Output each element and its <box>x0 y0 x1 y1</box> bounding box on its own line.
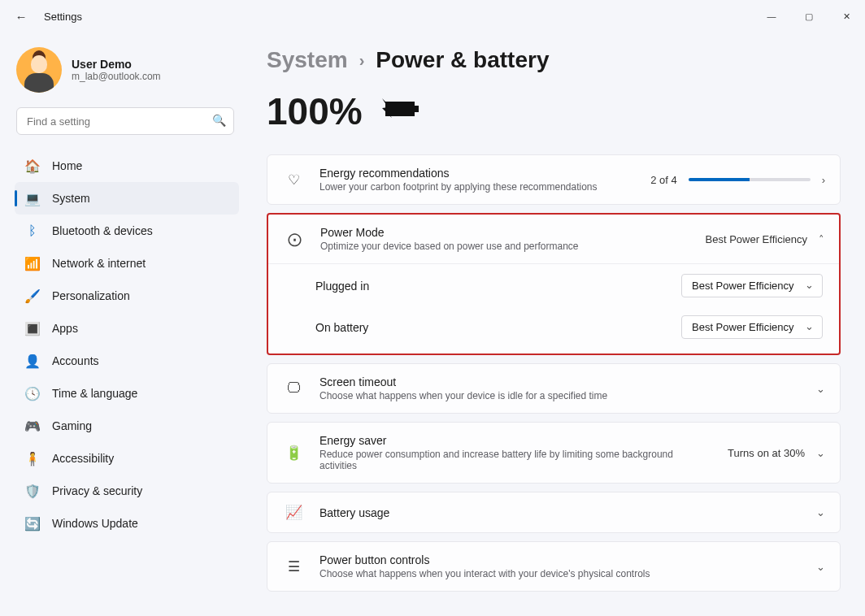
card-battery-usage[interactable]: 📈 Battery usage ⌄ <box>267 492 841 533</box>
user-email: m_lab@outlook.com <box>72 71 161 82</box>
power-mode-header[interactable]: ⨀ Power Mode Optimize your device based … <box>268 215 839 263</box>
power-mode-summary: Best Power Efficiency <box>706 233 807 245</box>
sidebar: User Demo m_lab@outlook.com 🔍 🏠Home 💻Sys… <box>0 33 244 616</box>
accessibility-icon: 🧍 <box>24 451 41 466</box>
plugged-in-select[interactable]: Best Power Efficiency <box>681 274 823 297</box>
battery-charging-icon <box>380 96 426 128</box>
window-controls: — ▢ ✕ <box>753 0 865 33</box>
maximize-button[interactable]: ▢ <box>790 0 828 33</box>
energy-saver-value: Turns on at 30% <box>728 447 805 459</box>
breadcrumb-parent[interactable]: System <box>267 47 348 73</box>
user-name: User Demo <box>72 58 161 71</box>
chevron-down-icon: ⌄ <box>816 383 825 395</box>
nav-apps[interactable]: 🔳Apps <box>15 312 239 345</box>
breadcrumb: System › Power & battery <box>267 47 841 73</box>
row-title: Screen timeout <box>319 375 802 388</box>
card-screen-timeout[interactable]: 🖵 Screen timeout Choose what happens whe… <box>267 363 841 414</box>
chevron-right-icon: › <box>822 174 825 186</box>
profile[interactable]: User Demo m_lab@outlook.com <box>15 44 239 107</box>
nav-home[interactable]: 🏠Home <box>15 150 239 182</box>
gauge-icon: ⨀ <box>283 231 306 248</box>
chevron-up-icon: ˄ <box>819 233 824 245</box>
nav-time-language[interactable]: 🕓Time & language <box>15 377 239 410</box>
gamepad-icon: 🎮 <box>24 419 41 434</box>
row-subtitle: Choose what happens when you interact wi… <box>319 568 802 579</box>
on-battery-row: On battery Best Power Efficiency <box>268 307 839 354</box>
nav-bluetooth[interactable]: ᛒBluetooth & devices <box>15 215 239 247</box>
progress-bar <box>689 178 811 181</box>
battery-saver-icon: 🔋 <box>282 445 305 462</box>
nav-accounts[interactable]: 👤Accounts <box>15 345 239 377</box>
list-icon: ☰ <box>282 558 305 575</box>
clock-icon: 🕓 <box>24 386 41 401</box>
nav-accessibility[interactable]: 🧍Accessibility <box>15 442 239 475</box>
row-subtitle: Lower your carbon footprint by applying … <box>319 181 636 193</box>
back-button[interactable]: ← <box>10 10 33 24</box>
brush-icon: 🖌️ <box>24 288 41 304</box>
nav-network[interactable]: 📶Network & internet <box>15 247 239 280</box>
wifi-icon: 📶 <box>24 256 41 271</box>
nav-gaming[interactable]: 🎮Gaming <box>15 410 239 442</box>
titlebar: ← Settings — ▢ ✕ <box>0 0 865 33</box>
window-title: Settings <box>44 11 82 23</box>
search-icon: 🔍 <box>212 114 226 127</box>
chevron-right-icon: › <box>359 51 365 70</box>
plugged-in-label: Plugged in <box>315 280 369 293</box>
row-title: Power button controls <box>319 553 802 566</box>
home-icon: 🏠 <box>24 158 41 174</box>
card-power-button-controls[interactable]: ☰ Power button controls Choose what happ… <box>267 541 841 592</box>
battery-percent: 100% <box>267 89 363 133</box>
chevron-down-icon: ⌄ <box>816 561 825 573</box>
monitor-icon: 🖵 <box>282 380 305 397</box>
card-energy-recommendations[interactable]: ♡ Energy recommendations Lower your carb… <box>267 154 841 205</box>
person-icon: 👤 <box>24 354 41 369</box>
shield-icon: 🛡️ <box>24 484 41 499</box>
battery-status: 100% <box>267 89 841 133</box>
on-battery-label: On battery <box>315 321 368 334</box>
bluetooth-icon: ᛒ <box>24 223 41 238</box>
chevron-down-icon: ⌄ <box>816 506 825 518</box>
system-icon: 💻 <box>24 191 41 206</box>
row-subtitle: Choose what happens when your device is … <box>319 390 802 401</box>
row-title: Power Mode <box>320 226 691 239</box>
minimize-button[interactable]: — <box>753 0 790 33</box>
main: System › Power & battery 100% ♡ Energy r… <box>244 33 865 616</box>
energy-progress: 2 of 4 › <box>650 174 825 186</box>
row-title: Battery usage <box>319 506 802 519</box>
update-icon: 🔄 <box>24 516 41 531</box>
nav-privacy[interactable]: 🛡️Privacy & security <box>15 475 239 507</box>
leaf-icon: ♡ <box>282 171 305 189</box>
chart-icon: 📈 <box>282 504 305 521</box>
card-power-mode: ⨀ Power Mode Optimize your device based … <box>267 213 841 355</box>
nav-personalization[interactable]: 🖌️Personalization <box>15 280 239 312</box>
chevron-down-icon: ⌄ <box>816 447 825 459</box>
page-title: Power & battery <box>376 47 549 73</box>
close-button[interactable]: ✕ <box>828 0 865 33</box>
search-wrap: 🔍 <box>16 107 234 135</box>
nav-list: 🏠Home 💻System ᛒBluetooth & devices 📶Netw… <box>15 150 239 540</box>
row-title: Energy saver <box>319 434 713 447</box>
search-input[interactable] <box>16 107 234 135</box>
nav-update[interactable]: 🔄Windows Update <box>15 507 239 540</box>
on-battery-select[interactable]: Best Power Efficiency <box>681 315 823 339</box>
progress-text: 2 of 4 <box>650 174 677 186</box>
apps-icon: 🔳 <box>24 321 41 336</box>
plugged-in-row: Plugged in Best Power Efficiency <box>268 264 839 307</box>
avatar <box>16 47 62 93</box>
nav-system[interactable]: 💻System <box>15 182 239 215</box>
row-title: Energy recommendations <box>319 167 636 180</box>
card-energy-saver[interactable]: 🔋 Energy saver Reduce power consumption … <box>267 422 841 484</box>
row-subtitle: Reduce power consumption and increase ba… <box>319 449 713 471</box>
row-subtitle: Optimize your device based on power use … <box>320 241 691 252</box>
